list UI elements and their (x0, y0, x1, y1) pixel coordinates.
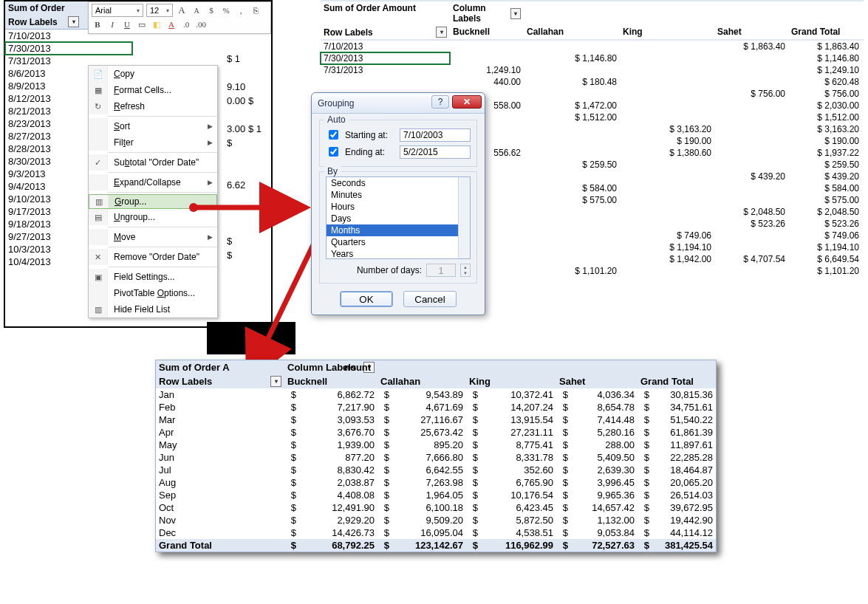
date-row[interactable]: 7/30/2013 (5, 42, 132, 55)
value-cell: $ 22,285.28 (638, 451, 716, 464)
value-cell: $ 749.06 (620, 230, 714, 241)
month-cell[interactable]: Jan (156, 388, 284, 401)
menu-group[interactable]: ▥Group... (89, 194, 217, 209)
value-cell (524, 123, 620, 135)
month-cell[interactable]: Sep (156, 489, 284, 501)
value-cell: $ 2,038.87 (284, 476, 377, 489)
menu-icon: ✓ (89, 154, 108, 171)
value-cell: $ 13,915.54 (466, 413, 556, 426)
value-cell (524, 64, 620, 76)
value-cell: $ 190.00 (620, 135, 714, 147)
increase-decimal-icon[interactable]: .00 (195, 18, 207, 30)
menu-copy[interactable]: 📄Copy (89, 66, 217, 82)
value-cell: $ 7,217.90 (284, 401, 377, 413)
value-cell: $ 8,830.42 (284, 464, 377, 476)
column-filter-icon[interactable]: ▾ (510, 8, 521, 19)
underline-icon[interactable]: U (121, 18, 133, 30)
value-cell: $ 1,101.20 (788, 265, 862, 277)
submenu-arrow-icon: ▶ (208, 123, 217, 130)
menu-ungroup[interactable]: ▤Ungroup... (89, 209, 217, 225)
partial-value: 0.00 $ (227, 95, 253, 106)
menu-label: Ungroup... (108, 212, 217, 222)
group-option-seconds[interactable]: Seconds (327, 177, 470, 189)
month-cell[interactable]: Apr (156, 426, 284, 439)
group-option-quarters[interactable]: Quarters (327, 236, 470, 248)
value-cell (620, 41, 714, 52)
menu-label: Refresh (108, 101, 217, 111)
currency-icon[interactable]: $ (205, 4, 217, 16)
menu-icon (89, 174, 108, 191)
shrink-font-icon[interactable]: A (191, 4, 202, 16)
value-cell: $ 68,792.25 (284, 539, 377, 552)
month-cell[interactable]: May (156, 439, 284, 451)
month-cell[interactable]: Jul (156, 464, 284, 476)
value-cell: $ 20,065.20 (638, 476, 716, 489)
value-cell: $ 1,101.20 (524, 265, 620, 277)
dialog-help-icon[interactable]: ? (431, 95, 449, 109)
group-option-minutes[interactable]: Minutes (327, 189, 470, 201)
ending-at-checkbox[interactable] (329, 147, 338, 157)
border-icon[interactable]: ▭ (136, 18, 148, 30)
format-painter-icon[interactable]: ⎘ (250, 4, 262, 16)
menu-label: Group... (109, 196, 216, 207)
auto-legend: Auto (324, 114, 349, 125)
comma-icon[interactable]: , (235, 4, 247, 16)
menu-move[interactable]: Move▶ (89, 229, 217, 245)
pm-row-filter-icon[interactable]: ▾ (270, 376, 281, 387)
starting-at-checkbox[interactable] (329, 130, 338, 140)
bold-icon[interactable]: B (92, 18, 103, 30)
grow-font-icon[interactable]: A (176, 4, 188, 16)
month-cell[interactable]: Aug (156, 476, 284, 489)
menu-sort[interactable]: Sort▶ (89, 118, 217, 134)
date-cell[interactable] (321, 76, 450, 88)
group-option-months[interactable]: Months (327, 224, 470, 236)
value-cell: $ 8,775.41 (466, 439, 556, 451)
menu-field-settings[interactable]: ▣Field Settings... (89, 269, 217, 285)
fill-color-icon[interactable]: ◧ (151, 18, 163, 30)
month-cell[interactable]: Oct (156, 501, 284, 514)
font-select[interactable]: Arial▾ (92, 4, 143, 17)
percent-icon[interactable]: % (220, 4, 232, 16)
month-cell[interactable]: Nov (156, 514, 284, 526)
menu-remove-order-date[interactable]: ✕Remove "Order Date" (89, 249, 217, 265)
dialog-close-icon[interactable]: ✕ (452, 95, 482, 109)
partial-value: 3.00 $ 1 (227, 123, 262, 134)
cancel-button[interactable]: Cancel (403, 291, 457, 307)
list-scrollbar[interactable] (458, 177, 470, 258)
value-cell (620, 171, 714, 182)
month-cell[interactable]: Dec (156, 526, 284, 539)
menu-refresh[interactable]: ↻Refresh (89, 98, 217, 114)
menu-format-cells[interactable]: ▦Format Cells... (89, 82, 217, 98)
ending-at-input[interactable] (400, 145, 471, 159)
num-days-spinner[interactable]: ▲▼ (460, 264, 471, 277)
group-option-days[interactable]: Days (327, 213, 470, 224)
font-color-icon[interactable]: A (165, 18, 177, 30)
month-cell[interactable]: Jun (156, 451, 284, 464)
menu-subtotal-order-date[interactable]: ✓Subtotal "Order Date" (89, 154, 217, 171)
date-cell[interactable]: 7/30/2013 (321, 52, 450, 64)
value-cell: $ 5,409.50 (556, 451, 638, 464)
menu-hide-field-list[interactable]: ▥Hide Field List (89, 301, 217, 318)
group-by-list[interactable]: SecondsMinutesHoursDaysMonthsQuartersYea… (326, 176, 471, 259)
lp-row-filter-icon[interactable]: ▾ (68, 16, 79, 27)
ok-button[interactable]: OK (340, 291, 393, 307)
menu-icon: ▦ (89, 82, 108, 98)
menu-expand-collapse[interactable]: Expand/Collapse▶ (89, 174, 217, 191)
menu-filter[interactable]: Filter▶ (89, 134, 217, 151)
date-cell[interactable]: 7/31/2013 (321, 64, 450, 76)
starting-at-label: Starting at: (345, 130, 395, 140)
italic-icon[interactable]: I (106, 18, 118, 30)
group-option-hours[interactable]: Hours (327, 201, 470, 213)
group-option-years[interactable]: Years (327, 248, 470, 259)
row-filter-icon[interactable]: ▾ (436, 27, 447, 38)
month-cell[interactable]: Grand Total (156, 539, 284, 552)
month-cell[interactable]: Feb (156, 401, 284, 413)
menu-pivottable-options[interactable]: PivotTable Options... (89, 285, 217, 301)
month-cell[interactable]: Mar (156, 413, 284, 426)
value-cell: $ 39,672.95 (638, 501, 716, 514)
starting-at-input[interactable] (400, 128, 471, 142)
font-size-select[interactable]: 12▾ (146, 4, 173, 17)
value-cell: $ 10,372.41 (466, 388, 556, 401)
date-cell[interactable]: 7/10/2013 (321, 41, 450, 52)
decrease-decimal-icon[interactable]: .0 (180, 18, 192, 30)
